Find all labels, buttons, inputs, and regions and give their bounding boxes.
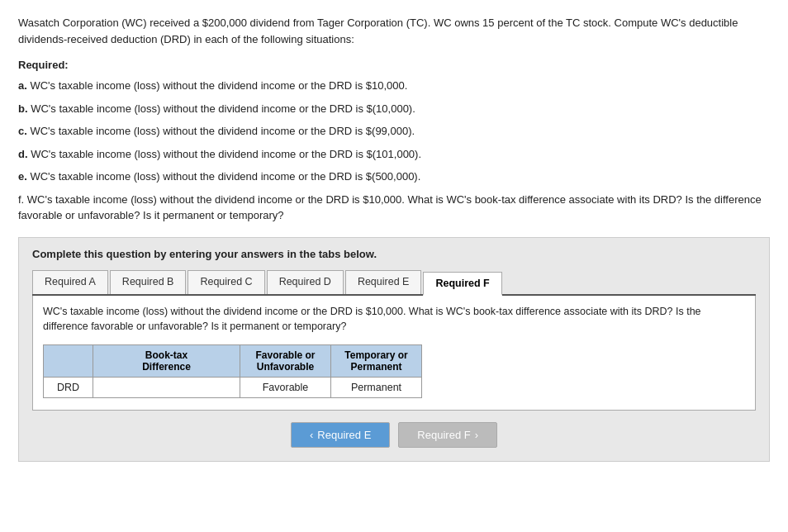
next-arrow-icon: › bbox=[475, 429, 478, 441]
question-item: d. WC's taxable income (loss) without th… bbox=[18, 146, 770, 163]
cell-favorable: Favorable bbox=[240, 378, 331, 398]
prev-button[interactable]: ‹ Required E bbox=[291, 422, 390, 448]
col-header-book-tax: Book-taxDifference bbox=[93, 345, 240, 378]
data-table: Book-taxDifference Favorable orUnfavorab… bbox=[43, 344, 422, 398]
complete-box: Complete this question by entering your … bbox=[18, 237, 770, 463]
question-letter: b. bbox=[18, 102, 28, 115]
nav-buttons: ‹ Required E Required F › bbox=[32, 422, 756, 448]
required-label: Required: bbox=[18, 59, 770, 71]
tab-d[interactable]: Required D bbox=[267, 270, 344, 294]
prev-arrow-icon: ‹ bbox=[310, 429, 313, 441]
tab-c[interactable]: Required C bbox=[188, 270, 264, 294]
question-letter: a. bbox=[18, 79, 27, 92]
tab-b[interactable]: Required B bbox=[110, 270, 187, 294]
question-letter: c. bbox=[18, 125, 27, 137]
col-header-temporary: Temporary orPermanent bbox=[331, 345, 422, 378]
cell-book-tax[interactable] bbox=[93, 378, 240, 398]
row-label-drd: DRD bbox=[44, 378, 93, 398]
next-button-label: Required F bbox=[417, 429, 470, 441]
tab-a[interactable]: Required A bbox=[32, 270, 108, 294]
tab-content-f: WC's taxable income (loss) without the d… bbox=[32, 296, 756, 411]
tab-f-description: WC's taxable income (loss) without the d… bbox=[43, 304, 745, 335]
complete-box-title: Complete this question by entering your … bbox=[32, 248, 756, 260]
question-letter: d. bbox=[18, 148, 28, 160]
question-item-f: f. WC's taxable income (loss) without th… bbox=[18, 192, 770, 224]
question-item: a. WC's taxable income (loss) without th… bbox=[18, 78, 770, 94]
question-letter: e. bbox=[18, 170, 27, 183]
col-header-empty bbox=[44, 345, 93, 378]
cell-temporary: Permanent bbox=[331, 378, 422, 398]
next-button[interactable]: Required F › bbox=[398, 422, 497, 448]
table-row: DRD Favorable Permanent bbox=[44, 378, 422, 398]
book-tax-input[interactable] bbox=[102, 382, 231, 393]
tab-e[interactable]: Required E bbox=[345, 270, 422, 294]
col-header-favorable: Favorable orUnfavorable bbox=[240, 345, 331, 378]
question-item: c. WC's taxable income (loss) without th… bbox=[18, 123, 770, 140]
prev-button-label: Required E bbox=[317, 429, 371, 441]
question-letter-f: f. bbox=[18, 193, 24, 206]
tabs-row: Required ARequired BRequired CRequired D… bbox=[32, 270, 756, 296]
intro-text: Wasatch Corporation (WC) received a $200… bbox=[18, 15, 770, 47]
question-item: b. WC's taxable income (loss) without th… bbox=[18, 101, 770, 117]
question-item: e. WC's taxable income (loss) without th… bbox=[18, 169, 770, 185]
tab-f[interactable]: Required F bbox=[423, 272, 501, 296]
